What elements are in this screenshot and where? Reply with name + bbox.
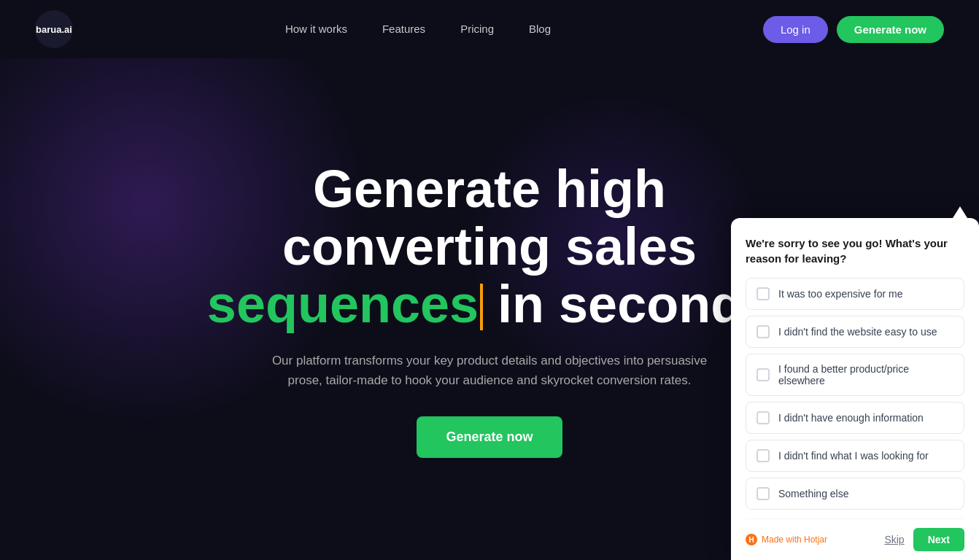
survey-option-2[interactable]: I didn't find the website easy to use (746, 316, 964, 348)
survey-checkbox-3[interactable] (756, 368, 770, 381)
survey-arrow (953, 206, 967, 218)
survey-checkbox-1[interactable] (756, 287, 770, 300)
nav-features[interactable]: Features (382, 23, 425, 35)
hero-title-highlight: sequences (207, 276, 483, 333)
logo[interactable]: barua.ai (35, 10, 73, 48)
generate-now-nav-button[interactable]: Generate now (837, 16, 944, 43)
survey-checkbox-2[interactable] (756, 325, 770, 338)
survey-option-1[interactable]: It was too expensive for me (746, 278, 964, 310)
survey-title: We're sorry to see you go! What's your r… (746, 236, 964, 266)
hero-section: Generate high converting sales sequences… (0, 58, 979, 560)
nav-blog[interactable]: Blog (529, 23, 551, 35)
survey-checkbox-5[interactable] (756, 449, 770, 462)
hero-title: Generate high converting sales sequences… (207, 160, 772, 334)
hero-title-line1: Generate high (313, 160, 666, 218)
survey-option-6[interactable]: Something else (746, 478, 964, 510)
survey-option-3[interactable]: I found a better product/price elsewhere (746, 354, 964, 396)
survey-option-label-1: It was too expensive for me (778, 288, 902, 300)
hotjar-badge[interactable]: H Made with Hotjar (746, 534, 827, 545)
hero-title-line2: converting sales (282, 217, 697, 276)
survey-next-button[interactable]: Next (913, 528, 964, 551)
nav-pricing[interactable]: Pricing (460, 23, 494, 35)
login-button[interactable]: Log in (763, 16, 828, 43)
survey-option-5[interactable]: I didn't find what I was looking for (746, 440, 964, 472)
generate-now-hero-button[interactable]: Generate now (417, 416, 562, 458)
survey-skip-button[interactable]: Skip (884, 534, 904, 545)
survey-option-label-5: I didn't find what I was looking for (778, 450, 929, 462)
navbar: barua.ai How it works Features Pricing B… (0, 0, 979, 58)
survey-option-label-6: Something else (778, 488, 849, 499)
hero-content: Generate high converting sales sequences… (207, 160, 772, 459)
nav-actions: Log in Generate now (763, 16, 944, 43)
survey-footer: H Made with Hotjar Skip Next (746, 518, 964, 560)
hero-title-suffix: in seconds (483, 275, 772, 333)
survey-checkbox-6[interactable] (756, 487, 770, 500)
survey-option-label-2: I didn't find the website easy to use (778, 326, 937, 338)
nav-how-it-works[interactable]: How it works (285, 23, 347, 35)
survey-popup: We're sorry to see you go! What's your r… (731, 218, 979, 560)
survey-option-4[interactable]: I didn't have enough information (746, 402, 964, 434)
survey-options: It was too expensive for me I didn't fin… (746, 278, 964, 510)
hotjar-icon: H (746, 534, 757, 545)
survey-option-label-3: I found a better product/price elsewhere (778, 363, 953, 386)
hero-subtitle: Our platform transforms your key product… (271, 351, 708, 390)
survey-option-label-4: I didn't have enough information (778, 412, 924, 424)
text-cursor (480, 284, 483, 330)
survey-checkbox-4[interactable] (756, 411, 770, 424)
nav-links: How it works Features Pricing Blog (285, 23, 551, 36)
hotjar-label: Made with Hotjar (762, 534, 827, 545)
